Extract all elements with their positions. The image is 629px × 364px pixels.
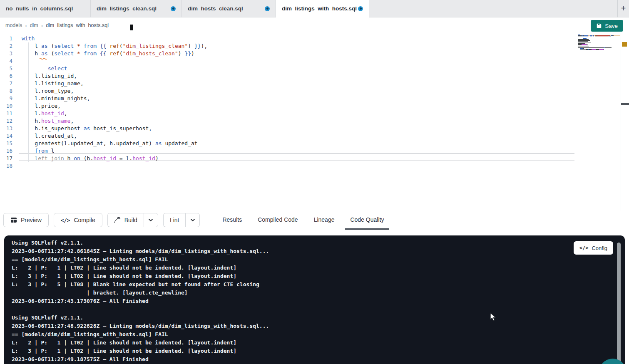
code-line[interactable]: 15 greatest(l.updated_at, h.updated_at) … [0,140,629,147]
code-text: l.created_at, [22,132,77,140]
code-line[interactable]: 4 [0,57,629,65]
config-button[interactable]: </> Config [574,241,613,255]
mouse-cursor [490,312,499,324]
code-line[interactable]: 16 from l [0,147,629,155]
terminal-line: 2023-06-06T11:27:43.173076Z — All Finish… [12,297,625,305]
code-line[interactable]: 10 l.price, [0,102,629,110]
code-line[interactable]: 7 l.listing_name, [0,80,629,87]
breadcrumb-item[interactable]: models [5,22,22,28]
breadcrumb-item[interactable]: dim [30,22,38,28]
panel-tab-results[interactable]: Results [217,210,247,230]
line-number: 6 [0,72,12,80]
panel-tab-compiled-code[interactable]: Compiled Code [253,210,303,230]
compile-label: Compile [74,217,95,223]
panel-tab-lineage[interactable]: Lineage [309,210,340,230]
code-icon: </> [61,217,70,223]
build-button-group: Build [107,213,158,227]
new-tab-button[interactable]: + [617,0,629,17]
preview-button[interactable]: Preview [3,213,49,227]
tab-bar-spacer [369,0,617,17]
code-icon: </> [579,245,589,251]
tab-label: dim_listings_clean.sql [97,5,157,12]
line-number: 11 [0,110,12,117]
editor-tab[interactable]: dim_listings_clean.sql [91,0,182,17]
config-label: Config [592,245,607,251]
code-editor[interactable]: 1with2 l as (select * from {{ ref("dim_l… [0,33,629,210]
lint-squiggle-icon [40,54,47,61]
terminal-output: Using SQLFluff v2.1.1.2023-06-06T11:27:4… [12,239,625,364]
code-text: with [22,35,35,42]
lint-dropdown-button[interactable] [185,213,200,227]
code-line[interactable]: 6 l.listing_id, [0,72,629,80]
code-line[interactable]: 9 l.minimum_nights, [0,95,629,102]
code-text: l.host_id, [22,110,67,117]
build-dropdown-button[interactable] [144,213,158,227]
breadcrumb-separator-icon: › [41,22,43,29]
minimap[interactable] [578,35,620,89]
modified-dot-icon [171,6,176,11]
table-icon [10,217,17,223]
editor-tab[interactable]: dim_hosts_clean.sql [182,0,276,17]
code-text: left join h on (h.host_id = l.host_id) [22,155,159,162]
line-number: 16 [0,147,12,155]
terminal-line: == [models/dim/dim_listings_with_hosts.s… [12,255,625,264]
line-number: 3 [0,50,12,57]
terminal-scrollbar[interactable] [617,243,621,364]
code-line[interactable]: 11 l.host_id, [0,110,629,117]
terminal-line: Using SQLFluff v2.1.1. [12,314,625,322]
hammer-icon [114,217,121,223]
breadcrumb-item[interactable]: dim_listings_with_hosts.sql [46,22,109,28]
build-button[interactable]: Build [107,213,144,227]
text-cursor [130,25,133,30]
code-text: l.listing_id, [22,72,77,80]
line-number: 2 [0,42,12,50]
terminal-line: == [models/dim/dim_listings_with_hosts.s… [12,330,625,339]
code-text: l.minimum_nights, [22,95,90,102]
line-number: 17 [0,155,12,162]
breadcrumb: models›dim›dim_listings_with_hosts.sql [5,22,109,29]
code-line[interactable]: 1with [0,35,629,42]
code-text: h as (select * from {{ ref("dim_hosts_cl… [22,50,194,57]
terminal-line: L: 3 | P: 1 | LT02 | Line should not be … [12,272,625,280]
line-number: 4 [0,57,12,65]
terminal-line: L: 2 | P: 1 | LT02 | Line should not be … [12,264,625,272]
build-label: Build [124,217,137,223]
code-line[interactable]: 14 l.created_at, [0,132,629,140]
terminal-line: 2023-06-06T11:27:42.861845Z — Linting mo… [12,247,625,255]
line-number: 9 [0,95,12,102]
editor-tab[interactable]: no_nulls_in_columns.sql [0,0,91,17]
code-line[interactable]: 8 l.room_type, [0,87,629,95]
code-line[interactable]: 18 [0,162,629,170]
line-number: 15 [0,140,12,147]
code-line[interactable]: 2 l as (select * from {{ ref("dim_listin… [0,42,629,50]
editor-tab[interactable]: dim_listings_with_hosts.sql [276,0,369,17]
code-text: h.is_superhost as host_is_superhost, [22,125,152,132]
breadcrumb-separator-icon: › [25,22,27,29]
code-line[interactable]: 3 h as (select * from {{ ref("dim_hosts_… [0,50,629,57]
modified-dot-icon [265,6,270,11]
preview-label: Preview [21,217,42,223]
code-text: l.price, [22,102,61,110]
editor-scrollbar[interactable] [621,103,629,105]
code-line[interactable]: 17 left join h on (h.host_id = l.host_id… [0,155,629,162]
terminal-line: 2023-06-06T11:27:48.922828Z — Linting mo… [12,322,625,330]
terminal-line: L: 3 | P: 1 | LT02 | Line should not be … [12,347,625,355]
minimap-line [578,50,620,51]
lint-label: Lint [170,217,179,223]
lint-button[interactable]: Lint [163,213,186,227]
lint-terminal[interactable]: Using SQLFluff v2.1.1.2023-06-06T11:27:4… [4,235,625,364]
terminal-line [12,305,625,314]
code-text: l.room_type, [22,87,74,95]
code-rows: 1with2 l as (select * from {{ ref("dim_l… [0,33,629,170]
compile-button[interactable]: </> Compile [54,213,102,227]
line-number: 12 [0,117,12,125]
save-button[interactable]: Save [591,20,623,32]
panel-tab-code-quality[interactable]: Code Quality [345,210,389,230]
code-line[interactable]: 13 h.is_superhost as host_is_superhost, [0,125,629,132]
panel-tabs: ResultsCompiled CodeLineageCode Quality [217,210,389,230]
tab-bar: no_nulls_in_columns.sqldim_listings_clea… [0,0,629,17]
code-text: greatest(l.updated_at, h.updated_at) as … [22,140,198,147]
chevron-down-icon [148,218,153,222]
code-line[interactable]: 5 select [0,65,629,72]
code-line[interactable]: 12 h.host_name, [0,117,629,125]
